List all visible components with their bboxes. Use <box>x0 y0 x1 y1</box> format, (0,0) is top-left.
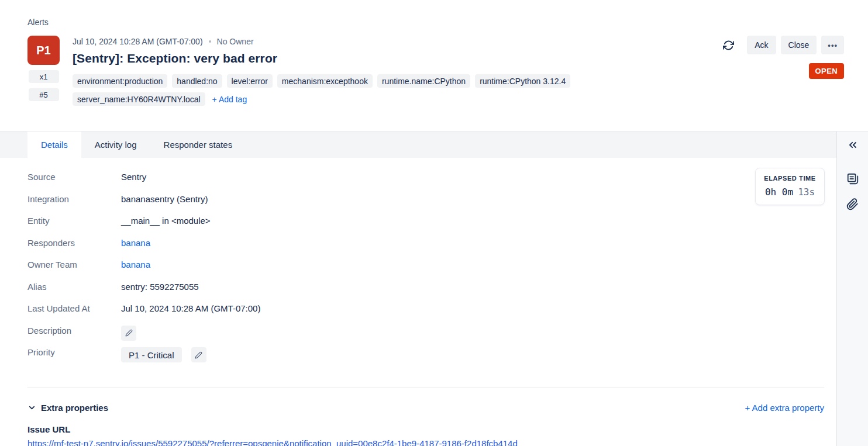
tag[interactable]: handled:no <box>172 74 222 88</box>
alert-number-badge: #5 <box>29 88 59 101</box>
field-label: Source <box>27 171 121 182</box>
pencil-icon <box>195 351 202 359</box>
issue-url-link[interactable]: https://mf-test-n7.sentry.io/issues/5592… <box>27 438 811 446</box>
pencil-icon <box>125 329 133 337</box>
field-row-responders: Responders banana <box>27 237 824 259</box>
extra-property-label: Issue URL <box>27 424 824 434</box>
notes-button[interactable] <box>843 170 862 188</box>
tag[interactable]: level:error <box>227 74 273 88</box>
tab-activity-log[interactable]: Activity log <box>81 132 150 158</box>
tag[interactable]: runtime.name:CPython <box>377 74 470 88</box>
priority-badge: P1 <box>27 36 60 65</box>
details-panel: Source Sentry Integration bananasentry (… <box>0 158 836 446</box>
add-extra-property-link[interactable]: + Add extra property <box>745 403 825 413</box>
tag[interactable]: runtime:CPython 3.12.4 <box>475 74 570 88</box>
count-badge: x1 <box>29 70 59 83</box>
priority-value-badge: P1 - Critical <box>121 347 182 362</box>
field-label: Alias <box>27 281 121 292</box>
status-badge: OPEN <box>809 63 844 79</box>
section-divider <box>27 387 824 388</box>
tag[interactable]: server_name:HY60R4WTNY.local <box>73 92 205 106</box>
elapsed-time-card: ELAPSED TIME 0h 0m13s <box>755 168 825 205</box>
field-row-owner-team: Owner Team banana <box>27 258 824 281</box>
edit-description-button[interactable] <box>121 326 136 341</box>
notes-icon <box>846 172 859 185</box>
refresh-button[interactable] <box>723 40 734 51</box>
right-sidebar <box>836 132 868 446</box>
tab-bar: Details Activity log Responder states <box>0 131 868 158</box>
extra-properties-toggle[interactable]: Extra properties <box>27 403 108 413</box>
elapsed-hours-minutes: 0h 0m <box>765 186 793 198</box>
field-label: Entity <box>27 215 121 226</box>
field-value: Sentry <box>121 171 146 182</box>
extra-properties-heading: Extra properties <box>41 403 108 413</box>
tag[interactable]: environment:production <box>73 74 167 88</box>
extra-property-item: Issue URL https://mf-test-n7.sentry.io/i… <box>27 424 824 446</box>
priority-column: P1 x1 #5 <box>27 36 60 106</box>
ack-button[interactable]: Ack <box>747 36 776 54</box>
field-row-integration: Integration bananasentry (Sentry) <box>27 193 824 215</box>
field-row-last-updated: Last Updated At Jul 10, 2024 10:28 AM (G… <box>27 302 824 324</box>
collapse-sidebar-button[interactable] <box>843 136 862 154</box>
edit-priority-button[interactable] <box>191 347 206 362</box>
field-row-description: Description <box>27 324 824 347</box>
owner-team-link[interactable]: banana <box>121 258 150 269</box>
field-row-alias: Alias sentry: 5592275055 <box>27 281 824 303</box>
field-label: Integration <box>27 193 121 204</box>
refresh-icon <box>723 40 734 51</box>
field-row-source: Source Sentry <box>27 171 824 193</box>
alert-details-page: Alerts P1 x1 #5 Jul 10, 2024 10:28 AM (G… <box>0 0 868 446</box>
chevron-down-icon <box>27 403 36 412</box>
field-row-priority: Priority P1 - Critical <box>27 346 824 368</box>
attachments-button[interactable] <box>843 195 862 213</box>
add-tag-link[interactable]: + Add tag <box>212 95 247 104</box>
alert-summary: Jul 10, 2024 10:28 AM (GMT-07:00) No Own… <box>73 36 723 106</box>
alert-owner: No Owner <box>217 37 254 46</box>
double-chevron-left-icon <box>847 139 859 151</box>
field-label: Responders <box>27 237 121 248</box>
field-label: Priority <box>27 346 121 357</box>
field-value: sentry: 5592275055 <box>121 281 199 292</box>
close-button[interactable]: Close <box>781 36 817 54</box>
tag[interactable]: mechanism:excepthook <box>277 74 373 88</box>
tag-list: environment:production handled:no level:… <box>73 74 657 106</box>
field-label: Description <box>27 324 121 336</box>
alert-timestamp: Jul 10, 2024 10:28 AM (GMT-07:00) <box>73 37 203 46</box>
separator-dot <box>209 40 211 43</box>
elapsed-seconds: 13s <box>798 186 815 198</box>
more-options-button[interactable]: ••• <box>821 36 844 54</box>
tab-details[interactable]: Details <box>27 132 81 158</box>
field-value: bananasentry (Sentry) <box>121 193 208 204</box>
field-row-entity: Entity __main__ in <module> <box>27 215 824 237</box>
breadcrumb[interactable]: Alerts <box>27 18 844 27</box>
paperclip-icon <box>846 198 859 210</box>
field-value: __main__ in <module> <box>121 215 211 226</box>
alert-actions: Ack Close ••• OPEN <box>723 36 844 106</box>
field-label: Last Updated At <box>27 302 121 313</box>
responders-link[interactable]: banana <box>121 237 150 248</box>
tab-responder-states[interactable]: Responder states <box>150 132 246 158</box>
field-label: Owner Team <box>27 258 121 269</box>
alert-header: Alerts P1 x1 #5 Jul 10, 2024 10:28 AM (G… <box>0 0 868 131</box>
elapsed-time-title: ELAPSED TIME <box>762 175 818 182</box>
alert-title: [Sentry]: Exception: very bad error <box>73 51 723 65</box>
field-value: Jul 10, 2024 10:28 AM (GMT-07:00) <box>121 302 260 313</box>
